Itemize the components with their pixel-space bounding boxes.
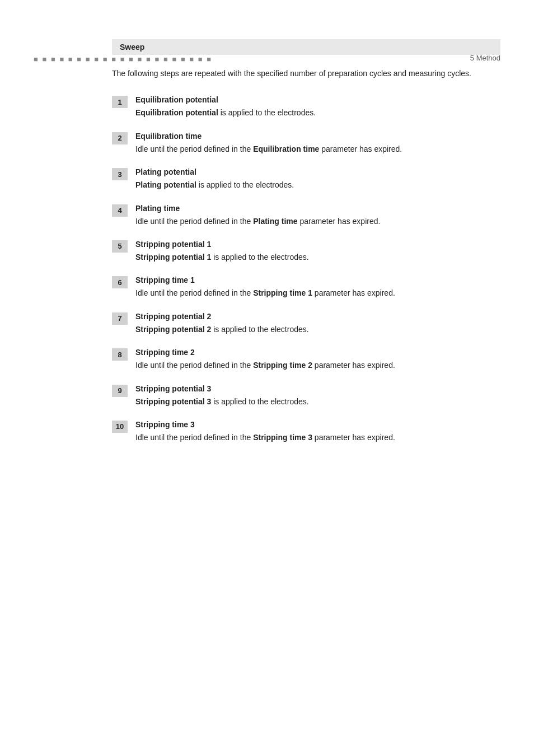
step-desc-8: Idle until the period defined in the Str… xyxy=(135,359,500,371)
step-title-6: Stripping time 1 xyxy=(135,276,500,284)
step-1: 1Equilibration potentialEquilibration po… xyxy=(112,95,500,119)
step-number-7: 7 xyxy=(112,312,128,325)
step-title-9: Stripping potential 3 xyxy=(135,384,500,393)
step-content-3: Plating potentialPlating potential is ap… xyxy=(135,167,500,191)
step-number-3: 3 xyxy=(112,168,128,180)
intro-paragraph: The following steps are repeated with th… xyxy=(112,67,500,80)
step-7: 7Stripping potential 2Stripping potentia… xyxy=(112,312,500,335)
step-desc-10: Idle until the period defined in the Str… xyxy=(135,431,500,444)
main-content: Sweep The following steps are repeated w… xyxy=(112,39,500,456)
step-content-10: Stripping time 3Idle until the period de… xyxy=(135,420,500,444)
step-title-3: Plating potential xyxy=(135,167,500,176)
sweep-box: Sweep xyxy=(112,39,500,55)
step-content-5: Stripping potential 1Stripping potential… xyxy=(135,240,500,263)
step-title-8: Stripping time 2 xyxy=(135,348,500,357)
step-title-2: Equilibration time xyxy=(135,132,500,141)
step-desc-5: Stripping potential 1 is applied to the … xyxy=(135,251,500,263)
step-number-4: 4 xyxy=(112,204,128,217)
step-content-6: Stripping time 1Idle until the period de… xyxy=(135,276,500,299)
step-number-2: 2 xyxy=(112,132,128,144)
page-container: ■ ■ ■ ■ ■ ■ ■ ■ ■ ■ ■ ■ ■ ■ ■ ■ ■ ■ ■ ■ … xyxy=(0,39,534,756)
top-dashes: ■ ■ ■ ■ ■ ■ ■ ■ ■ ■ ■ ■ ■ ■ ■ ■ ■ ■ ■ ■ … xyxy=(34,55,212,63)
step-number-10: 10 xyxy=(112,421,128,433)
step-content-7: Stripping potential 2Stripping potential… xyxy=(135,312,500,335)
step-number-6: 6 xyxy=(112,276,128,288)
step-content-2: Equilibration timeIdle until the period … xyxy=(135,132,500,155)
chapter-heading: 5 Method xyxy=(470,54,500,62)
step-number-8: 8 xyxy=(112,348,128,361)
step-3: 3Plating potentialPlating potential is a… xyxy=(112,167,500,191)
step-number-5: 5 xyxy=(112,240,128,253)
sweep-title: Sweep xyxy=(120,43,144,52)
step-content-9: Stripping potential 3Stripping potential… xyxy=(135,384,500,408)
step-desc-1: Equilibration potential is applied to th… xyxy=(135,106,500,119)
step-8: 8Stripping time 2Idle until the period d… xyxy=(112,348,500,371)
step-9: 9Stripping potential 3Stripping potentia… xyxy=(112,384,500,408)
step-4: 4Plating timeIdle until the period defin… xyxy=(112,204,500,227)
step-content-8: Stripping time 2Idle until the period de… xyxy=(135,348,500,371)
steps-container: 1Equilibration potentialEquilibration po… xyxy=(112,95,500,456)
step-title-5: Stripping potential 1 xyxy=(135,240,500,249)
step-5: 5Stripping potential 1Stripping potentia… xyxy=(112,240,500,263)
step-desc-7: Stripping potential 2 is applied to the … xyxy=(135,323,500,335)
step-content-4: Plating timeIdle until the period define… xyxy=(135,204,500,227)
step-desc-6: Idle until the period defined in the Str… xyxy=(135,287,500,299)
step-title-4: Plating time xyxy=(135,204,500,213)
step-desc-2: Idle until the period defined in the Equ… xyxy=(135,143,500,155)
step-title-7: Stripping potential 2 xyxy=(135,312,500,321)
step-2: 2Equilibration timeIdle until the period… xyxy=(112,132,500,155)
step-number-9: 9 xyxy=(112,385,128,397)
step-content-1: Equilibration potentialEquilibration pot… xyxy=(135,95,500,119)
step-desc-3: Plating potential is applied to the elec… xyxy=(135,179,500,191)
step-title-1: Equilibration potential xyxy=(135,95,500,104)
step-number-1: 1 xyxy=(112,96,128,108)
step-6: 6Stripping time 1Idle until the period d… xyxy=(112,276,500,299)
step-desc-4: Idle until the period defined in the Pla… xyxy=(135,215,500,227)
step-desc-9: Stripping potential 3 is applied to the … xyxy=(135,395,500,408)
step-title-10: Stripping time 3 xyxy=(135,420,500,429)
step-10: 10Stripping time 3Idle until the period … xyxy=(112,420,500,444)
